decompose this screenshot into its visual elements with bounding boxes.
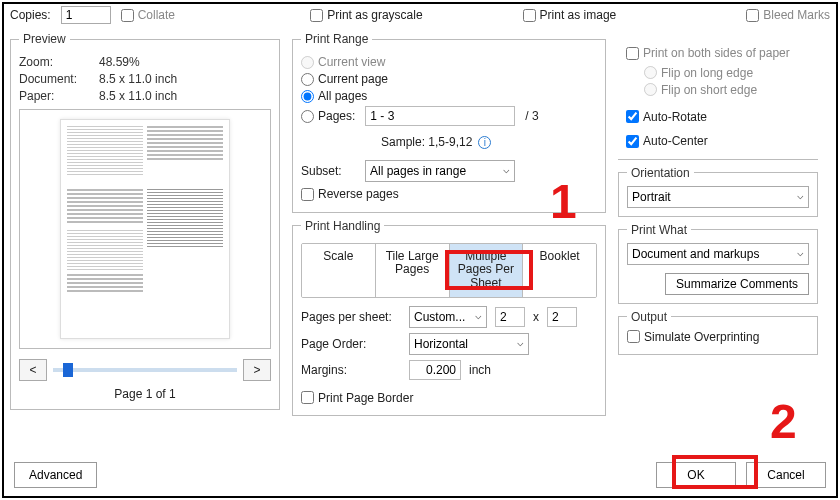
copies-label: Copies: — [10, 8, 51, 22]
all-pages-label: All pages — [318, 89, 367, 103]
pages-label: Pages: — [318, 109, 355, 123]
auto-center-checkbox[interactable] — [626, 135, 639, 148]
document-label: Document: — [19, 72, 89, 86]
reverse-pages-label: Reverse pages — [318, 187, 399, 201]
paper-label: Paper: — [19, 89, 89, 103]
both-sides-label: Print on both sides of paper — [643, 46, 790, 60]
pps-rows-input[interactable] — [547, 307, 577, 327]
grayscale-checkbox[interactable] — [310, 9, 323, 22]
grayscale-label: Print as grayscale — [327, 8, 422, 22]
print-as-image-checkbox[interactable] — [523, 9, 536, 22]
pps-x: x — [533, 310, 539, 324]
pps-label: Pages per sheet: — [301, 310, 401, 324]
output-legend: Output — [627, 310, 671, 324]
margins-input[interactable] — [409, 360, 461, 380]
all-pages-radio[interactable] — [301, 90, 314, 103]
copies-input[interactable] — [61, 6, 111, 24]
simulate-overprinting-label: Simulate Overprinting — [644, 330, 759, 344]
info-icon[interactable]: i — [478, 136, 491, 149]
ok-button[interactable]: OK — [656, 462, 736, 488]
sample-label: Sample: 1,5-9,12 — [381, 135, 472, 149]
bleed-marks-label: Bleed Marks — [763, 8, 830, 22]
margins-unit: inch — [469, 363, 491, 377]
current-page-radio[interactable] — [301, 73, 314, 86]
auto-center-label: Auto-Center — [643, 134, 708, 148]
zoom-slider[interactable] — [53, 368, 237, 372]
subset-select[interactable]: All pages in range — [365, 160, 515, 182]
next-page-button[interactable]: > — [243, 359, 271, 381]
duplex-group: Print on both sides of paper Flip on lon… — [618, 32, 818, 160]
auto-rotate-checkbox[interactable] — [626, 110, 639, 123]
pages-radio[interactable] — [301, 110, 314, 123]
print-page-border-checkbox[interactable] — [301, 391, 314, 404]
collate-label: Collate — [138, 8, 175, 22]
pps-mode-select[interactable]: Custom... — [409, 306, 487, 328]
print-what-legend: Print What — [627, 223, 691, 237]
prev-page-button[interactable]: < — [19, 359, 47, 381]
page-order-label: Page Order: — [301, 337, 401, 351]
current-page-label: Current page — [318, 72, 388, 86]
tab-booklet[interactable]: Booklet — [523, 244, 596, 297]
orientation-group: Orientation Portrait — [618, 166, 818, 217]
page-order-select[interactable]: Horizontal — [409, 333, 529, 355]
print-handling-group: Print Handling Scale Tile Large Pages Mu… — [292, 219, 606, 417]
tab-tile[interactable]: Tile Large Pages — [376, 244, 450, 297]
handling-tabs: Scale Tile Large Pages Multiple Pages Pe… — [301, 243, 597, 298]
current-view-label: Current view — [318, 55, 385, 69]
pps-cols-input[interactable] — [495, 307, 525, 327]
subset-label: Subset: — [301, 164, 357, 178]
margins-label: Margins: — [301, 363, 401, 377]
zoom-value: 48.59% — [99, 55, 140, 69]
preview-legend: Preview — [19, 32, 70, 46]
preview-canvas — [19, 109, 271, 349]
print-page-border-label: Print Page Border — [318, 391, 413, 405]
tab-multiple[interactable]: Multiple Pages Per Sheet — [450, 244, 524, 297]
collate-checkbox[interactable] — [121, 9, 134, 22]
page-status: Page 1 of 1 — [19, 387, 271, 401]
current-view-radio — [301, 56, 314, 69]
print-as-image-label: Print as image — [540, 8, 617, 22]
advanced-button[interactable]: Advanced — [14, 462, 97, 488]
orientation-legend: Orientation — [627, 166, 694, 180]
print-what-group: Print What Document and markups Summariz… — [618, 223, 818, 304]
pages-total: / 3 — [525, 109, 538, 123]
print-range-legend: Print Range — [301, 32, 372, 46]
paper-value: 8.5 x 11.0 inch — [99, 89, 177, 103]
flip-long-radio — [644, 66, 657, 79]
flip-short-radio — [644, 83, 657, 96]
document-value: 8.5 x 11.0 inch — [99, 72, 177, 86]
simulate-overprinting-checkbox[interactable] — [627, 330, 640, 343]
flip-long-label: Flip on long edge — [661, 66, 753, 80]
both-sides-checkbox[interactable] — [626, 47, 639, 60]
auto-rotate-label: Auto-Rotate — [643, 110, 707, 124]
tab-scale[interactable]: Scale — [302, 244, 376, 297]
pages-input[interactable] — [365, 106, 515, 126]
print-handling-legend: Print Handling — [301, 219, 384, 233]
output-group: Output Simulate Overprinting — [618, 310, 818, 356]
summarize-comments-button[interactable]: Summarize Comments — [665, 273, 809, 295]
cancel-button[interactable]: Cancel — [746, 462, 826, 488]
bleed-marks-checkbox[interactable] — [746, 9, 759, 22]
print-range-group: Print Range Current view Current page Al… — [292, 32, 606, 213]
orientation-select[interactable]: Portrait — [627, 186, 809, 208]
reverse-pages-checkbox[interactable] — [301, 188, 314, 201]
preview-group: Preview Zoom:48.59% Document:8.5 x 11.0 … — [10, 32, 280, 410]
print-what-select[interactable]: Document and markups — [627, 243, 809, 265]
zoom-label: Zoom: — [19, 55, 89, 69]
flip-short-label: Flip on short edge — [661, 83, 757, 97]
